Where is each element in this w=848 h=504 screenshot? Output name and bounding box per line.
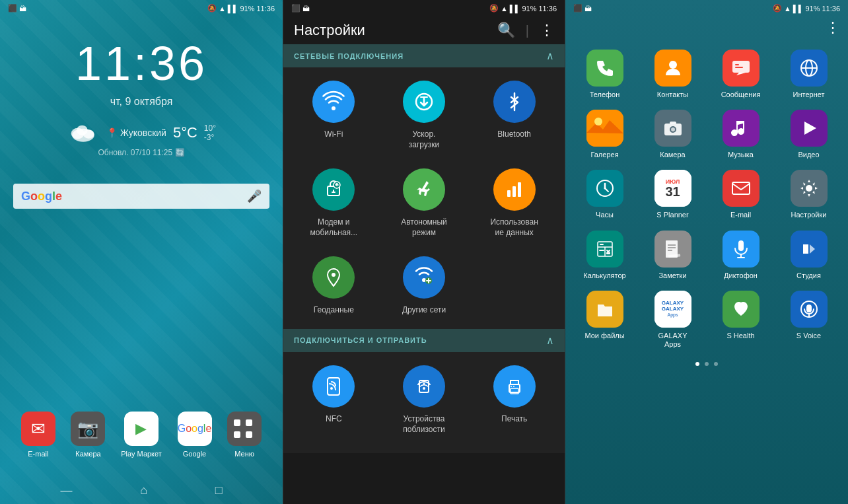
battery-percent: 91% (240, 5, 254, 13)
more-networks-label: Другие сети (402, 305, 446, 316)
dock-menu[interactable]: Меню (227, 412, 262, 458)
dock-camera[interactable]: 📷 Камера (71, 412, 105, 458)
svg-point-17 (330, 387, 333, 390)
lock-temp: 5°С (173, 124, 197, 141)
lock-status-left: ⬛ 🏔 (8, 4, 26, 13)
lock-time: 11:36 (0, 36, 283, 90)
divider-icon: | (526, 23, 529, 38)
internet-app-icon (791, 50, 828, 87)
app-settings[interactable]: Настройки (775, 164, 843, 225)
contacts-label: Контакты (657, 90, 689, 99)
app-video[interactable]: Видео (775, 104, 843, 164)
app-contacts[interactable]: Контакты (639, 44, 707, 104)
app-notes[interactable]: Заметки (639, 225, 707, 285)
music-label: Музыка (728, 151, 754, 159)
settings-download-booster[interactable]: Ускор.загрузки (379, 73, 470, 158)
svg-point-36 (671, 127, 675, 131)
dot-2[interactable] (705, 362, 709, 366)
phone-label: Телефон (590, 90, 620, 99)
dock-google[interactable]: Google Google (178, 412, 212, 458)
gallery-label: Галерея (590, 151, 618, 159)
notes-label: Заметки (658, 271, 686, 280)
nearby-svg-icon (413, 375, 435, 398)
mute-icon: 🔕 (207, 4, 217, 13)
apps-header: ⋮ (565, 17, 848, 39)
settings-nearby[interactable]: Устройствапоблизости (379, 357, 470, 443)
search-icon[interactable]: 🔍 (497, 22, 515, 39)
app-recorder[interactable]: Диктофон (707, 225, 775, 285)
studio-label: Студия (796, 271, 821, 280)
dot-1[interactable] (695, 362, 699, 366)
settings-nfc[interactable]: NFC (289, 357, 379, 443)
svg-point-42 (604, 188, 606, 190)
svg-point-19 (423, 387, 425, 390)
settings-wifi[interactable]: Wi-Fi (289, 73, 379, 158)
settings-section-network[interactable]: СЕТЕВЫЕ ПОДКЛЮЧЕНИЯ ∧ (283, 44, 565, 67)
app-gallery[interactable]: Галерея (571, 104, 639, 164)
app-internet[interactable]: Интернет (775, 44, 843, 104)
settings-more-networks[interactable]: Другие сети (379, 248, 470, 324)
nfc-circle (312, 365, 355, 408)
settings-data-usage[interactable]: Использование данных (469, 161, 559, 246)
recent-button[interactable]: □ (215, 484, 223, 497)
app-splanner[interactable]: ИЮЛ 31 S Planner (639, 164, 707, 225)
collapse-icon2[interactable]: ∧ (546, 334, 554, 347)
microphone-icon[interactable]: 🎤 (247, 189, 262, 203)
apps-more-icon[interactable]: ⋮ (826, 19, 840, 36)
signal-icon: ▌▌ (228, 5, 238, 13)
app-myfiles[interactable]: Мои файлы (571, 285, 639, 354)
dock-email[interactable]: ✉ E-mail (21, 412, 55, 458)
collapse-icon[interactable]: ∧ (546, 50, 554, 62)
screenshot-icon2: ⬛ (291, 4, 300, 13)
dock-playmarket-label: Play Маркет (121, 450, 162, 458)
app-messages[interactable]: Сообщения (707, 44, 775, 104)
settings-bluetooth[interactable]: Bluetooth (469, 73, 559, 158)
app-camera[interactable]: Камера (639, 104, 707, 164)
signal-icon2: ▌▌ (510, 5, 520, 13)
app-shealth[interactable]: S Health (707, 285, 775, 354)
svg-rect-37 (670, 122, 676, 124)
back-button[interactable]: — (60, 484, 72, 497)
dock-playmarket[interactable]: ▶ Play Маркет (121, 412, 162, 458)
app-music[interactable]: Музыка (707, 104, 775, 164)
page-dots (565, 362, 848, 366)
lock-bottom-nav: — ⌂ □ (0, 484, 283, 497)
settings-location[interactable]: Геоданные (289, 248, 379, 324)
apps-status-bar: ⬛ 🏔 🔕 ▲ ▌▌ 91% 11:36 (565, 0, 848, 17)
section-connect-title: ПОДКЛЮЧИТЬСЯ И ОТПРАВИТЬ (294, 336, 427, 344)
apps-time-status: 11:36 (822, 5, 840, 13)
app-svoice[interactable]: S Voice (775, 285, 843, 354)
home-button[interactable]: ⌂ (140, 484, 147, 497)
app-calculator[interactable]: Калькулятор (571, 225, 639, 285)
svg-point-44 (806, 185, 812, 192)
lock-status-right: 🔕 ▲ ▌▌ 91% 11:36 (207, 4, 275, 13)
lock-search-bar[interactable]: Google 🎤 (13, 184, 269, 209)
app-galaxy-apps[interactable]: GALAXY GALAXY Apps GALAXYApps (639, 285, 707, 354)
settings-header: Настройки 🔍 | ⋮ (283, 17, 565, 44)
studio-app-icon (791, 231, 828, 268)
nearby-circle (403, 365, 445, 408)
more-icon[interactable]: ⋮ (540, 22, 554, 39)
splanner-app-icon: ИЮЛ 31 (654, 170, 691, 207)
menu-dot (246, 431, 252, 438)
app-email[interactable]: E-mail (707, 164, 775, 225)
more-networks-svg-icon (413, 266, 435, 289)
app-clock[interactable]: Часы (571, 164, 639, 225)
settings-print[interactable]: Печать (469, 357, 559, 443)
app-studio[interactable]: Студия (775, 225, 843, 285)
dot-3[interactable] (714, 362, 718, 366)
svg-point-3 (77, 126, 88, 135)
svg-rect-16 (328, 378, 339, 395)
svg-point-25 (669, 61, 677, 69)
settings-grid-4: NFC Устройствапоблизости (283, 352, 565, 453)
image-icon2: 🏔 (302, 5, 310, 13)
temp-low: -3° (204, 133, 216, 142)
settings-airplane[interactable]: Автономныйрежим (379, 161, 470, 246)
data-usage-svg-icon (503, 178, 526, 201)
settings-section-connect[interactable]: ПОДКЛЮЧИТЬСЯ И ОТПРАВИТЬ ∧ (283, 329, 565, 352)
cloud-icon (67, 121, 100, 144)
wifi-svg-icon (322, 90, 345, 113)
settings-tethering[interactable]: Модем имобильная... (289, 161, 379, 246)
app-phone[interactable]: Телефон (571, 44, 639, 104)
svoice-label: S Voice (796, 332, 821, 340)
